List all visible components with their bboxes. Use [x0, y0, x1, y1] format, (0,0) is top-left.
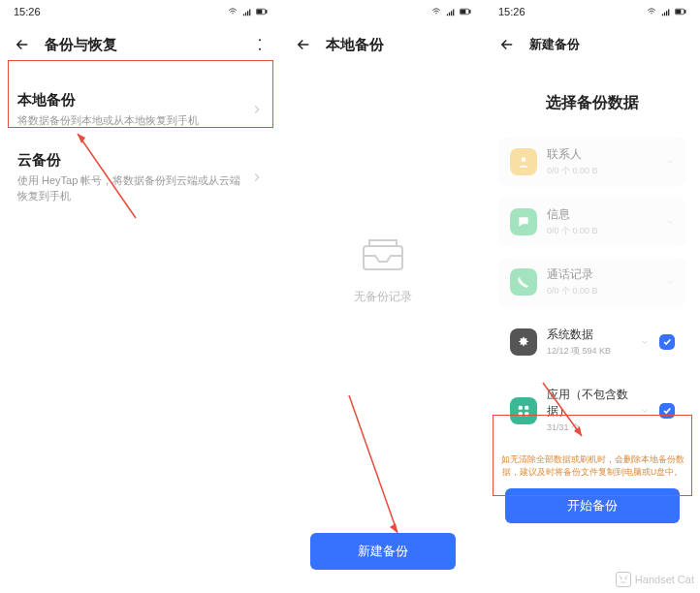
svg-rect-8 — [469, 11, 470, 14]
svg-point-3 — [259, 39, 261, 41]
row-subtitle: 将数据备份到本地或从本地恢复到手机 — [17, 113, 250, 128]
header: 备份与恢复 — [0, 23, 281, 66]
header: 本地备份 — [281, 23, 485, 66]
contact-icon — [510, 148, 537, 175]
page-title: 选择备份数据 — [485, 66, 700, 137]
status-bar — [281, 0, 485, 23]
inbox-icon — [360, 234, 406, 273]
svg-point-16 — [522, 157, 526, 162]
screen-new-backup: 15:26 新建备份 选择备份数据 联系人0/0 个 0.00 B 信息0/0 … — [485, 0, 700, 593]
card-system-data[interactable]: 系统数据12/12 项 594 KB — [498, 317, 686, 367]
back-icon[interactable] — [295, 36, 312, 53]
card-call-log[interactable]: 通话记录0/0 个 0.00 B — [498, 257, 686, 307]
card-sub: 12/12 项 594 KB — [547, 345, 630, 358]
empty-text: 无备份记录 — [354, 289, 412, 305]
checkbox-checked[interactable] — [659, 334, 675, 350]
battery-icon — [675, 7, 686, 16]
header-title: 本地备份 — [326, 36, 471, 54]
gear-icon — [510, 328, 537, 356]
wifi-icon — [646, 7, 657, 16]
header-title: 新建备份 — [529, 36, 686, 53]
card-title: 应用（不包含数据） — [547, 387, 630, 420]
header-title: 备份与恢复 — [45, 36, 239, 54]
button-label: 开始备份 — [567, 497, 618, 515]
row-local-backup[interactable]: 本地备份 将数据备份到本地或从本地恢复到手机 — [17, 79, 264, 140]
more-icon[interactable] — [252, 37, 268, 52]
card-title: 通话记录 — [547, 266, 655, 283]
card-title: 信息 — [547, 206, 655, 223]
svg-rect-2 — [257, 10, 262, 14]
svg-rect-15 — [676, 10, 681, 14]
back-icon[interactable] — [14, 36, 31, 53]
svg-rect-21 — [525, 412, 528, 416]
chevron-down-icon — [665, 217, 675, 227]
watermark-icon — [616, 572, 631, 587]
card-contacts[interactable]: 联系人0/0 个 0.00 B — [498, 137, 686, 187]
backup-categories: 联系人0/0 个 0.00 B 信息0/0 个 0.00 B 通话记录0/0 个… — [485, 137, 700, 444]
card-sub: 31/31 个 — [547, 421, 630, 434]
signal-icon — [241, 7, 253, 16]
status-bar: 15:26 — [0, 0, 281, 23]
svg-point-24 — [620, 577, 621, 578]
svg-rect-14 — [684, 11, 685, 14]
row-cloud-backup[interactable]: 云备份 使用 HeyTap 帐号，将数据备份到云端或从云端恢复到手机 — [17, 140, 264, 215]
empty-state: 无备份记录 — [281, 66, 485, 473]
wifi-icon — [430, 7, 442, 16]
card-apps[interactable]: 应用（不包含数据）31/31 个 — [498, 377, 686, 444]
card-title: 联系人 — [547, 146, 655, 163]
start-backup-button[interactable]: 开始备份 — [505, 488, 680, 523]
status-bar: 15:26 — [485, 0, 700, 23]
screen-backup-restore: 15:26 备份与恢复 本地备份 将数据备份到本地或从本地恢复到手机 云备份 使… — [0, 0, 281, 593]
screen-local-backup: 本地备份 无备份记录 新建备份 — [281, 0, 485, 593]
status-icons — [227, 7, 268, 16]
watermark: Handset Cat — [616, 572, 694, 587]
back-icon[interactable] — [498, 36, 516, 53]
chevron-down-icon — [640, 337, 650, 347]
battery-icon — [256, 7, 268, 16]
svg-rect-1 — [266, 11, 267, 14]
chevron-down-icon — [665, 277, 675, 287]
card-sub: 0/0 个 0.00 B — [547, 285, 655, 297]
status-icons — [430, 7, 471, 16]
svg-rect-19 — [525, 405, 528, 409]
message-icon — [510, 208, 537, 235]
row-subtitle: 使用 HeyTap 帐号，将数据备份到云端或从云端恢复到手机 — [17, 173, 250, 203]
card-title: 系统数据 — [547, 327, 630, 343]
watermark-text: Handset Cat — [635, 574, 694, 585]
battery-icon — [460, 7, 471, 16]
chevron-down-icon — [665, 157, 675, 167]
wifi-icon — [227, 7, 239, 16]
svg-rect-9 — [461, 10, 465, 14]
chevron-right-icon — [250, 103, 264, 116]
svg-point-4 — [259, 48, 261, 50]
row-title: 本地备份 — [17, 91, 250, 109]
svg-marker-12 — [390, 523, 398, 533]
header: 新建备份 — [485, 23, 700, 66]
phone-icon — [510, 268, 537, 296]
row-title: 云备份 — [17, 151, 250, 170]
settings-list: 本地备份 将数据备份到本地或从本地恢复到手机 云备份 使用 HeyTap 帐号，… — [0, 66, 281, 229]
svg-rect-10 — [364, 246, 402, 269]
button-label: 新建备份 — [358, 543, 408, 560]
status-icons — [646, 7, 686, 16]
warning-text: 如无清除全部数据或刷机时，会删除本地备份数据，建议及时将备份文件复制到电脑或U盘… — [485, 453, 700, 479]
svg-point-25 — [625, 577, 626, 578]
signal-icon — [660, 7, 672, 16]
chevron-down-icon — [640, 406, 650, 416]
card-sub: 0/0 个 0.00 B — [547, 165, 655, 177]
card-sub: 0/0 个 0.00 B — [547, 225, 655, 237]
chevron-right-icon — [250, 171, 264, 184]
status-time: 15:26 — [498, 6, 525, 17]
signal-icon — [445, 7, 457, 16]
status-time: 15:26 — [14, 6, 41, 17]
new-backup-button[interactable]: 新建备份 — [310, 533, 456, 570]
app-icon — [510, 397, 537, 424]
card-messages[interactable]: 信息0/0 个 0.00 B — [498, 197, 686, 247]
svg-rect-18 — [519, 405, 523, 409]
svg-rect-20 — [519, 412, 523, 416]
checkbox-checked[interactable] — [659, 403, 675, 419]
